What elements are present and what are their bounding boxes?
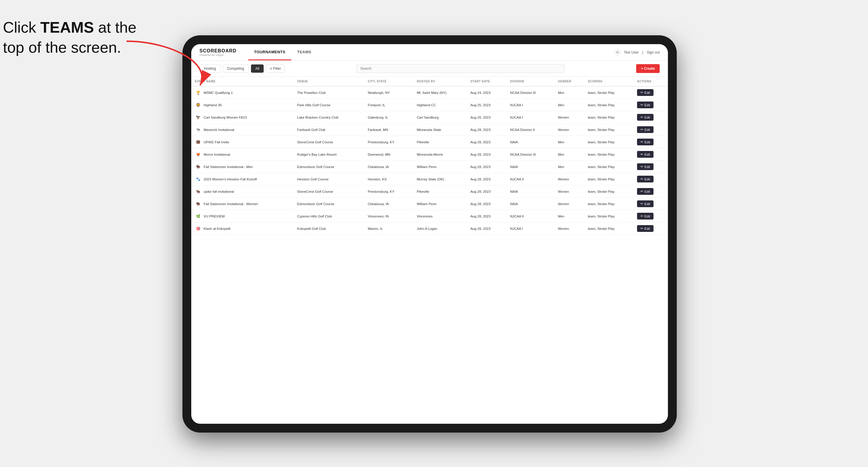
cell-scoring: team, Stroke Play bbox=[584, 111, 633, 124]
edit-btn[interactable]: ✏ Edit bbox=[637, 225, 653, 232]
edit-btn[interactable]: ✏ Edit bbox=[637, 188, 653, 195]
cell-hosted-by: Pikeville bbox=[413, 136, 467, 148]
cell-city-state: Oskaloosa, IA bbox=[364, 198, 413, 210]
edit-icon: ✏ bbox=[641, 202, 643, 206]
cell-event-name: 🐻 UPIKE Fall Invite bbox=[191, 136, 293, 148]
arrow-indicator bbox=[109, 38, 226, 97]
edit-icon: ✏ bbox=[641, 226, 643, 230]
col-scoring: SCORING bbox=[584, 77, 633, 86]
table-row: 🎯 Klash at Kokopelli Kokopelli Golf Club… bbox=[191, 222, 668, 235]
cell-start-date: Aug 28, 2023 bbox=[467, 222, 507, 235]
cell-actions: ✏ Edit bbox=[633, 148, 668, 161]
cell-gender: Men bbox=[554, 99, 584, 111]
team-icon: 🦊 bbox=[195, 151, 201, 158]
edit-icon: ✏ bbox=[641, 152, 643, 156]
event-name-text: 2023 Women's Hesston Fall Kickoff bbox=[204, 178, 257, 181]
filter-bar: Hosting Competing All ≡ Filter + Create bbox=[191, 61, 668, 77]
edit-btn[interactable]: ✏ Edit bbox=[637, 200, 653, 207]
team-icon: 🦅 bbox=[195, 114, 201, 121]
cell-hosted-by: William Penn bbox=[413, 198, 467, 210]
cell-city-state: Deerwood, MN bbox=[364, 148, 413, 161]
cell-scoring: team, Stroke Play bbox=[584, 161, 633, 173]
cell-division: NJCAA I bbox=[506, 99, 554, 111]
table-row: 🐾 2023 Women's Hesston Fall Kickoff Hess… bbox=[191, 173, 668, 185]
cell-hosted-by: John A Logan bbox=[413, 222, 467, 235]
nav-separator: | bbox=[642, 50, 643, 55]
cell-gender: Men bbox=[554, 136, 584, 148]
table-row: 🐂 upike fall invitational StoneCrest Gol… bbox=[191, 185, 668, 198]
cell-event-name: 🦬 Fall Statesmen Invitational - Women bbox=[191, 198, 293, 210]
cell-start-date: Aug 28, 2023 bbox=[467, 185, 507, 198]
cell-start-date: Aug 28, 2023 bbox=[467, 198, 507, 210]
settings-icon[interactable]: ⚙ bbox=[614, 50, 620, 55]
edit-icon: ✏ bbox=[641, 177, 643, 181]
cell-gender: Women bbox=[554, 198, 584, 210]
filter-label: Filter bbox=[273, 66, 281, 71]
nav-links: TOURNAMENTS TEAMS bbox=[248, 44, 615, 60]
cell-actions: ✏ Edit bbox=[633, 173, 668, 185]
cell-actions: ✏ Edit bbox=[633, 99, 668, 111]
event-name-text: Highland 36 bbox=[204, 103, 222, 107]
cell-gender: Women bbox=[554, 173, 584, 185]
cell-hosted-by: Highland CC bbox=[413, 99, 467, 111]
cell-city-state: Galesburg, IL bbox=[364, 111, 413, 124]
cell-venue: Lake Bracken Country Club bbox=[293, 111, 364, 124]
edit-btn[interactable]: ✏ Edit bbox=[637, 213, 653, 220]
create-btn[interactable]: + Create bbox=[636, 64, 660, 73]
cell-city-state: Prestonsburg, KY bbox=[364, 185, 413, 198]
cell-venue: Hesston Golf Course bbox=[293, 173, 364, 185]
edit-btn[interactable]: ✏ Edit bbox=[637, 126, 653, 133]
table-row: 🐄 Maverick Invitational Faribault Golf C… bbox=[191, 124, 668, 136]
nav-tournaments[interactable]: TOURNAMENTS bbox=[248, 44, 291, 60]
tournaments-table: EVENT NAME VENUE CITY, STATE HOSTED BY S… bbox=[191, 77, 668, 235]
event-name-text: Carl Sandburg Women FA23 bbox=[204, 116, 247, 119]
cell-city-state: Prestonsburg, KY bbox=[364, 136, 413, 148]
cell-gender: Men bbox=[554, 148, 584, 161]
cell-scoring: team, Stroke Play bbox=[584, 198, 633, 210]
edit-btn[interactable]: ✏ Edit bbox=[637, 138, 653, 145]
event-name-text: Fall Statesmen Invitational - Men bbox=[204, 165, 253, 168]
cell-gender: Men bbox=[554, 210, 584, 222]
sign-out-link[interactable]: Sign out bbox=[647, 50, 660, 55]
cell-event-name: 🐾 2023 Women's Hesston Fall Kickoff bbox=[191, 173, 293, 185]
filter-icon: ≡ bbox=[270, 66, 272, 71]
edit-btn[interactable]: ✏ Edit bbox=[637, 151, 653, 158]
cell-venue: StoneCrest Golf Course bbox=[293, 136, 364, 148]
cell-start-date: Aug 25, 2023 bbox=[467, 99, 507, 111]
cell-actions: ✏ Edit bbox=[633, 185, 668, 198]
edit-btn[interactable]: ✏ Edit bbox=[637, 101, 653, 108]
table-row: 🦬 Fall Statesmen Invitational - Women Ed… bbox=[191, 198, 668, 210]
team-icon: 🐄 bbox=[195, 127, 201, 133]
edit-btn[interactable]: ✏ Edit bbox=[637, 114, 653, 121]
edit-icon: ✏ bbox=[641, 103, 643, 107]
edit-btn[interactable]: ✏ Edit bbox=[637, 163, 653, 170]
cell-city-state: Faribault, MN bbox=[364, 124, 413, 136]
user-name: Test User bbox=[624, 50, 639, 55]
cell-city-state: Oskaloosa, IA bbox=[364, 161, 413, 173]
cell-division: NAIA bbox=[506, 136, 554, 148]
cell-start-date: Aug 28, 2023 bbox=[467, 148, 507, 161]
cell-actions: ✏ Edit bbox=[633, 161, 668, 173]
search-container bbox=[287, 64, 634, 73]
cell-scoring: team, Stroke Play bbox=[584, 185, 633, 198]
all-filter-btn[interactable]: All bbox=[251, 64, 264, 73]
event-name-text: VU PREVIEW bbox=[204, 215, 225, 218]
event-name-text: Morris Invitational bbox=[204, 153, 230, 156]
edit-btn[interactable]: ✏ Edit bbox=[637, 176, 653, 182]
table-row: 🦅 Carl Sandburg Women FA23 Lake Bracken … bbox=[191, 111, 668, 124]
nav-teams[interactable]: TEAMS bbox=[291, 44, 317, 60]
edit-icon: ✏ bbox=[641, 140, 643, 144]
cell-city-state: Marion, IL bbox=[364, 222, 413, 235]
filter-icon-btn[interactable]: ≡ Filter bbox=[266, 64, 285, 73]
cell-venue: Ruttger's Bay Lake Resort bbox=[293, 148, 364, 161]
cell-gender: Women bbox=[554, 185, 584, 198]
cell-hosted-by: Vincennes bbox=[413, 210, 467, 222]
edit-btn[interactable]: ✏ Edit bbox=[637, 89, 653, 96]
edit-icon: ✏ bbox=[641, 128, 643, 131]
cell-start-date: Aug 28, 2023 bbox=[467, 161, 507, 173]
team-icon: 🦁 bbox=[195, 102, 201, 108]
cell-division: NJCAA II bbox=[506, 210, 554, 222]
cell-gender: Men bbox=[554, 161, 584, 173]
search-input[interactable] bbox=[356, 64, 564, 73]
table-row: 🏆 MSMC Qualifying 1 The Powelton Club Ne… bbox=[191, 86, 668, 99]
